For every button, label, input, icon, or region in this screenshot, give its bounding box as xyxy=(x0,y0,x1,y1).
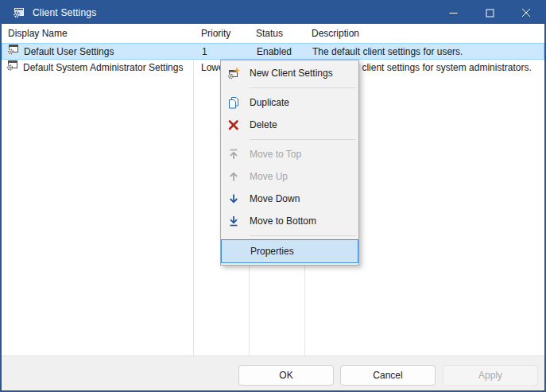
client-settings-app-icon xyxy=(11,6,25,20)
menu-item-label: Move to Top xyxy=(250,149,301,160)
menu-item-move-to-bottom[interactable]: Move to Bottom xyxy=(221,210,358,232)
apply-button: Apply xyxy=(443,365,538,386)
delete-icon xyxy=(227,118,240,131)
menu-item-new-client-settings[interactable]: New Client Settings xyxy=(221,62,358,84)
menu-item-label: Move to Bottom xyxy=(250,215,316,227)
row-priority: 1 xyxy=(202,44,207,60)
window-controls xyxy=(435,2,544,24)
menu-item-delete[interactable]: Delete xyxy=(221,114,358,136)
maximize-button[interactable] xyxy=(471,2,508,24)
cancel-button[interactable]: Cancel xyxy=(340,365,436,386)
row-status: Enabled xyxy=(257,44,292,60)
menu-item-label: Delete xyxy=(250,119,277,130)
ok-button[interactable]: OK xyxy=(238,365,334,386)
title-bar: Client Settings xyxy=(2,2,544,24)
minimize-button[interactable] xyxy=(435,2,471,24)
move-down-icon xyxy=(227,192,240,205)
move-up-icon xyxy=(227,170,240,183)
menu-item-move-down[interactable]: Move Down xyxy=(221,188,358,210)
menu-separator xyxy=(250,139,356,140)
table-header: Display Name Priority Status Description xyxy=(2,24,544,44)
client-settings-list: Display Name Priority Status Description… xyxy=(2,24,544,355)
row-display-name: Default System Administrator Settings xyxy=(23,60,183,76)
row-display-name: Default User Settings xyxy=(24,44,114,60)
menu-item-move-up: Move Up xyxy=(221,165,358,188)
button-bar: OK Cancel Apply xyxy=(2,355,544,391)
close-button[interactable] xyxy=(508,2,544,24)
client-settings-window: Client Settings Display Name Priority St… xyxy=(0,0,546,392)
menu-item-label: New Client Settings xyxy=(250,68,333,79)
menu-item-label: Properties xyxy=(250,246,294,257)
column-header-priority[interactable]: Priority xyxy=(201,24,230,43)
move-to-top-icon xyxy=(227,148,240,161)
menu-item-label: Move Down xyxy=(250,193,300,204)
column-header-status[interactable]: Status xyxy=(256,24,283,43)
row-description: The default client settings for users. xyxy=(312,44,463,60)
menu-item-duplicate[interactable]: Duplicate xyxy=(221,91,358,114)
client-settings-item-icon xyxy=(6,60,18,76)
table-row-default-user-settings[interactable]: Default User Settings 1 Enabled The defa… xyxy=(2,43,544,60)
new-client-settings-icon xyxy=(227,67,240,80)
menu-item-properties[interactable]: Properties xyxy=(221,239,358,263)
column-header-description[interactable]: Description xyxy=(312,24,359,43)
move-to-bottom-icon xyxy=(227,215,240,227)
menu-item-label: Duplicate xyxy=(250,97,289,108)
menu-item-move-to-top: Move to Top xyxy=(221,143,358,165)
menu-separator xyxy=(250,87,356,88)
column-header-display-name[interactable]: Display Name xyxy=(8,24,68,43)
menu-item-label: Move Up xyxy=(250,171,288,182)
menu-separator xyxy=(250,235,356,236)
context-menu: New Client Settings Duplicate xyxy=(220,60,359,266)
client-settings-item-icon xyxy=(6,44,19,60)
window-title: Client Settings xyxy=(33,7,96,18)
duplicate-icon xyxy=(227,96,240,109)
